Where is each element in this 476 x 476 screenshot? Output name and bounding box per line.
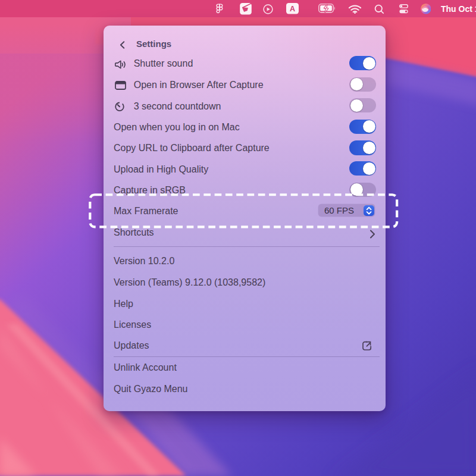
svg-text:A: A <box>290 5 295 13</box>
